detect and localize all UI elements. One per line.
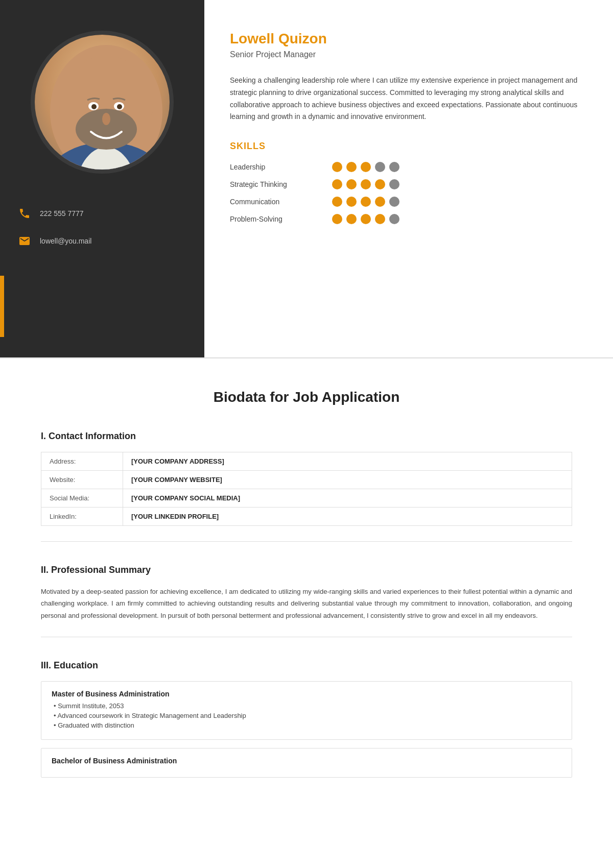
contact-info-heading: I. Contact Information xyxy=(41,431,572,442)
dot-filled xyxy=(361,214,371,224)
svg-point-11 xyxy=(141,100,153,118)
svg-point-5 xyxy=(102,113,110,125)
skills-heading: SKILLS xyxy=(230,141,587,152)
avatar xyxy=(31,31,174,174)
dot-filled xyxy=(332,179,342,189)
email-address: lowell@you.mail xyxy=(40,237,91,245)
orange-accent-bar xyxy=(0,276,4,337)
biodata-title: Biodata for Job Application xyxy=(41,389,572,405)
skill-row: Leadership xyxy=(230,162,587,172)
email-icon xyxy=(15,232,34,250)
dot-filled xyxy=(346,162,357,172)
professional-summary-block: II. Professional Summary Motivated by a … xyxy=(41,565,572,637)
person-title: Senior Project Manager xyxy=(230,50,587,59)
resume-card: 222 555 7777 lowell@you.mail Lowell Quiz… xyxy=(0,0,613,357)
contact-section: 222 555 7777 lowell@you.mail xyxy=(15,204,189,259)
table-value: [YOUR COMPANY WEBSITE] xyxy=(123,471,572,489)
right-panel: Lowell Quizon Senior Project Manager See… xyxy=(204,0,613,357)
email-contact: lowell@you.mail xyxy=(15,232,189,250)
dot-filled xyxy=(332,214,342,224)
table-row: Social Media: [YOUR COMPANY SOCIAL MEDIA… xyxy=(41,489,572,508)
skill-row: Communication xyxy=(230,197,587,207)
edu-degree: Bachelor of Business Administration xyxy=(52,757,561,765)
education-item: Bachelor of Business Administration xyxy=(41,748,572,778)
dot-filled xyxy=(375,179,385,189)
dot-filled xyxy=(346,214,357,224)
biodata-section: Biodata for Job Application I. Contact I… xyxy=(0,358,613,868)
skill-name: Communication xyxy=(230,198,332,206)
dot-filled xyxy=(375,214,385,224)
svg-point-10 xyxy=(59,100,72,118)
edu-bullet: Summit Institute, 2053 xyxy=(52,702,561,710)
left-panel: 222 555 7777 lowell@you.mail xyxy=(0,0,204,357)
contact-info-block: I. Contact Information Address: [YOUR CO… xyxy=(41,431,572,542)
table-label: Social Media: xyxy=(41,489,123,508)
svg-point-8 xyxy=(91,104,97,109)
table-label: Website: xyxy=(41,471,123,489)
skill-dots xyxy=(332,179,399,189)
skill-name: Leadership xyxy=(230,163,332,171)
skill-name: Strategic Thinking xyxy=(230,180,332,188)
table-label: Address: xyxy=(41,452,123,471)
education-block: III. Education Master of Business Admini… xyxy=(41,660,572,801)
phone-icon xyxy=(15,204,34,223)
dot-filled xyxy=(346,179,357,189)
dot-filled xyxy=(361,162,371,172)
education-item: Master of Business Administration Summit… xyxy=(41,681,572,740)
table-value: [YOUR COMPANY SOCIAL MEDIA] xyxy=(123,489,572,508)
dot-filled xyxy=(346,197,357,207)
table-value: [YOUR LINKEDIN PROFILE] xyxy=(123,508,572,526)
education-heading: III. Education xyxy=(41,660,572,671)
table-value: [YOUR COMPANY ADDRESS] xyxy=(123,452,572,471)
dot-filled xyxy=(375,197,385,207)
skill-row: Problem-Solving xyxy=(230,214,587,224)
svg-point-9 xyxy=(117,104,122,109)
dot-filled xyxy=(332,197,342,207)
person-name: Lowell Quizon xyxy=(230,31,587,47)
edu-degree: Master of Business Administration xyxy=(52,690,561,698)
avatar-image xyxy=(35,35,170,170)
dot-empty xyxy=(389,197,399,207)
skills-table: Leadership Strategic Thinking xyxy=(230,162,587,224)
skill-dots xyxy=(332,197,399,207)
dot-empty xyxy=(375,162,385,172)
table-row: Address: [YOUR COMPANY ADDRESS] xyxy=(41,452,572,471)
summary-text: Motivated by a deep-seated passion for a… xyxy=(41,586,572,621)
phone-number: 222 555 7777 xyxy=(40,209,84,218)
professional-summary-heading: II. Professional Summary xyxy=(41,565,572,575)
dot-filled xyxy=(332,162,342,172)
dot-filled xyxy=(361,179,371,189)
dot-filled xyxy=(361,197,371,207)
dot-empty xyxy=(389,214,399,224)
skill-name: Problem-Solving xyxy=(230,215,332,223)
contact-info-table: Address: [YOUR COMPANY ADDRESS] Website:… xyxy=(41,452,572,526)
skill-dots xyxy=(332,214,399,224)
skill-row: Strategic Thinking xyxy=(230,179,587,189)
bio-text: Seeking a challenging leadership role wh… xyxy=(230,75,587,123)
skill-dots xyxy=(332,162,399,172)
dot-empty xyxy=(389,162,399,172)
table-row: Website: [YOUR COMPANY WEBSITE] xyxy=(41,471,572,489)
dot-empty xyxy=(389,179,399,189)
edu-bullet: Advanced coursework in Strategic Managem… xyxy=(52,712,561,719)
table-row: LinkedIn: [YOUR LINKEDIN PROFILE] xyxy=(41,508,572,526)
table-label: LinkedIn: xyxy=(41,508,123,526)
edu-bullet: Graduated with distinction xyxy=(52,721,561,729)
phone-contact: 222 555 7777 xyxy=(15,204,189,223)
